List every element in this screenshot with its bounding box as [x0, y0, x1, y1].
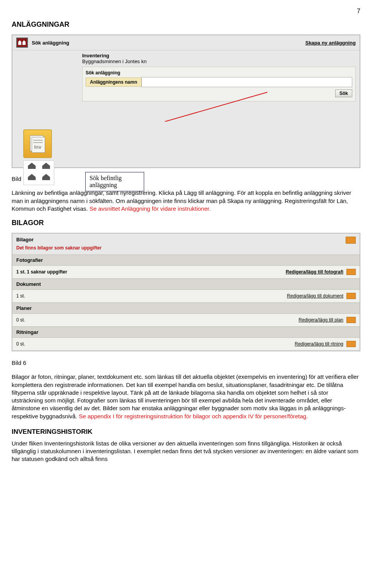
search-subpanel: Sök anläggning Anläggningens namn Sök — [82, 67, 356, 101]
page-number: 7 — [12, 8, 360, 15]
ritningar-action-button[interactable] — [346, 341, 356, 347]
para-bil-red: Se appendix I för registreringsinstrukti… — [79, 413, 308, 420]
svg-marker-8 — [28, 163, 36, 169]
facility-name-input[interactable] — [141, 77, 352, 87]
section-head-ritningar: Ritningar — [12, 327, 360, 338]
heading-historik: INVENTERINGSHISTORIK — [12, 428, 360, 436]
dokument-edit-link[interactable]: Redigera/lägg till dokument — [287, 293, 343, 299]
inventering-subtitle: Byggnadsminnen i Jontes kn — [82, 58, 355, 64]
fotografier-count: 1 st. 1 saknar uppgifter — [16, 269, 67, 275]
bild5-label: Bild 5 — [12, 175, 360, 183]
ritningar-edit-link[interactable]: Redigera/lägg till ritning — [295, 341, 343, 347]
house-grid-icon — [23, 160, 54, 185]
ritningar-count: 0 st. — [16, 341, 25, 347]
create-facility-link[interactable]: Skapa ny anläggning — [305, 40, 356, 46]
bilagor-title: Bilagor — [16, 237, 34, 242]
paragraph-historik: Under fliken Inventeringshistorik listas… — [12, 440, 360, 463]
svg-marker-0 — [18, 40, 21, 45]
paragraph-bilagor: Bilagor är foton, ritningar, planer, tex… — [12, 373, 360, 420]
svg-marker-9 — [42, 163, 50, 169]
search-panel-container: Sök anläggning Skapa ny anläggning Inven… — [12, 34, 360, 168]
section-row-dokument: 1 st. Redigera/lägg till dokument — [12, 290, 360, 303]
section-head-planer: Planer — [12, 303, 360, 314]
svg-marker-10 — [28, 174, 36, 180]
search-button[interactable]: Sök — [335, 89, 352, 97]
bilagor-warning: Det finns bilagor som saknar uppgifter — [12, 245, 360, 254]
section-row-ritningar: 0 st. Redigera/lägg till ritning — [12, 338, 360, 351]
section-row-fotografier: 1 st. 1 saknar uppgifter Redigera/lägg t… — [12, 266, 360, 279]
left-icon-stack: Inv — [23, 129, 54, 185]
inventering-header: Inventering Byggnadsminnen i Jontes kn — [12, 50, 360, 65]
heading-anlaggningar: ANLÄGGNINGAR — [12, 21, 360, 29]
planer-edit-link[interactable]: Redigera/lägg till plan — [299, 317, 343, 323]
section-row-planer: 0 st. Redigera/lägg till plan — [12, 314, 360, 327]
dokument-count: 1 st. — [16, 293, 25, 299]
planer-count: 0 st. — [16, 317, 25, 323]
bilagor-expand-button[interactable] — [346, 237, 356, 244]
houses-icon — [16, 38, 28, 48]
paragraph-anlaggningar: Länkning av befintliga anläggningar, sam… — [12, 189, 360, 213]
bild6-label: Bild 6 — [12, 359, 360, 367]
svg-marker-11 — [42, 174, 50, 180]
section-head-dokument: Dokument — [12, 279, 360, 290]
callout-box: Sök befintlig anläggning — [85, 172, 144, 191]
field-label-anlaggningens-namn: Anläggningens namn — [86, 77, 141, 87]
topbar-title: Sök anläggning — [32, 40, 69, 46]
svg-marker-1 — [22, 40, 26, 45]
inventering-label: Inventering — [82, 53, 355, 58]
fotografier-edit-link[interactable]: Redigera/lägg till fotografi — [286, 269, 343, 275]
heading-bilagor: BILAGOR — [12, 219, 360, 227]
para-anl-red: Se avsnittet Anläggning för vidare instr… — [90, 205, 211, 212]
svg-text:Inv: Inv — [34, 144, 42, 150]
search-subpanel-title: Sök anläggning — [86, 69, 352, 77]
inventory-card-icon: Inv — [23, 129, 52, 158]
fotografier-action-button[interactable] — [346, 269, 356, 275]
bilagor-panel: Bilagor Det finns bilagor som saknar upp… — [12, 233, 360, 351]
topbar: Sök anläggning Skapa ny anläggning — [12, 35, 360, 50]
planer-action-button[interactable] — [346, 317, 356, 323]
section-head-fotografier: Fotografier — [12, 254, 360, 266]
dokument-action-button[interactable] — [346, 293, 356, 299]
